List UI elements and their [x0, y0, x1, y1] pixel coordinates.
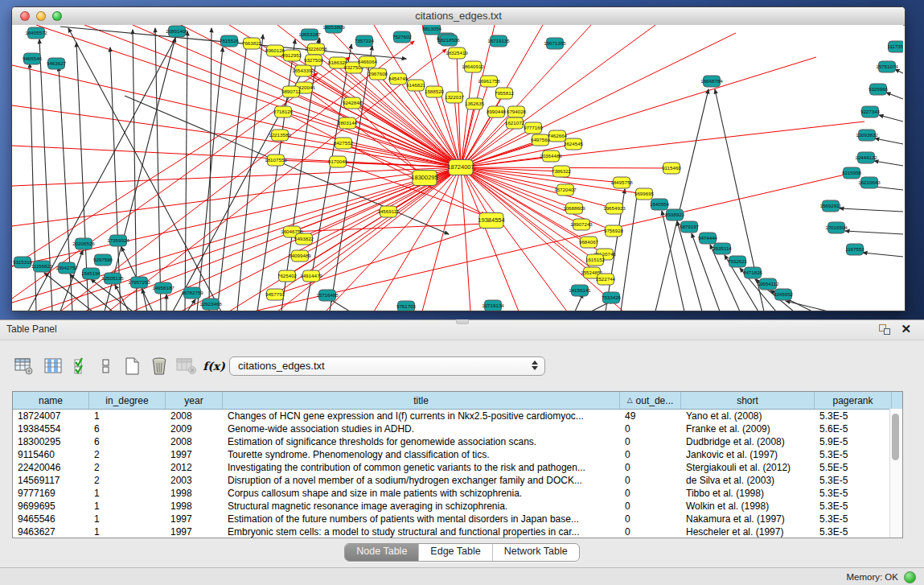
yellow-node[interactable]: 15720407 [554, 184, 577, 196]
yellow-node[interactable]: 7955812 [495, 88, 515, 99]
teal-node[interactable]: 20891406 [166, 26, 188, 37]
hub-node[interactable]: 18724007 [447, 160, 474, 175]
red-edge[interactable] [461, 167, 519, 311]
yellow-node[interactable]: 2718126 [273, 106, 294, 117]
black-edge[interactable] [875, 138, 903, 144]
teal-node[interactable]: 12505135 [101, 273, 124, 284]
yellow-node[interactable]: 9115460 [662, 163, 681, 174]
teal-node[interactable]: 9463627 [47, 58, 67, 69]
teal-node[interactable]: 12444132 [855, 152, 877, 163]
column-header-out_de[interactable]: △out_de... [620, 392, 681, 409]
teal-node[interactable]: 7527602 [392, 31, 413, 43]
black-edge[interactable] [185, 31, 187, 311]
black-edge[interactable] [874, 161, 903, 166]
table-row[interactable]: 1830029562008Estimation of significance … [13, 435, 902, 448]
teal-node[interactable]: 15716485 [316, 290, 339, 301]
yellow-node[interactable]: 9242848 [343, 97, 363, 109]
yellow-node[interactable]: 9756928 [604, 225, 624, 237]
yellow-node[interactable]: 1615152 [585, 254, 606, 266]
column-header-in_degree[interactable]: in_degree [89, 392, 166, 409]
yellow-node[interactable]: 9777169 [524, 122, 544, 134]
table-row[interactable]: 1872400712008Changes of HCN gene express… [13, 410, 902, 422]
black-edge[interactable] [863, 253, 903, 257]
yellow-node[interactable]: 2803144 [338, 117, 358, 129]
teal-node[interactable]: 11156823 [31, 261, 53, 272]
teal-node[interactable]: 9329966 [869, 84, 889, 95]
teal-node[interactable]: 8215958 [842, 167, 862, 179]
yellow-node[interactable]: 14914479 [300, 270, 322, 282]
table-row[interactable]: 2242004622012Investigating the contribut… [13, 461, 902, 474]
select-all-icon[interactable] [71, 354, 93, 378]
float-panel-icon[interactable] [879, 324, 890, 335]
function-builder-icon[interactable]: f(x) [203, 354, 225, 378]
yellow-node[interactable]: 19384554 [478, 213, 504, 229]
red-edge[interactable] [461, 167, 567, 311]
teal-node[interactable]: 9227343 [860, 106, 881, 117]
yellow-node[interactable]: 12213583 [269, 130, 291, 141]
yellow-node[interactable]: 9146821 [406, 80, 426, 91]
show-columns-icon[interactable] [42, 354, 64, 378]
teal-node[interactable]: 12923468 [199, 299, 222, 310]
teal-node[interactable]: 6879197 [680, 221, 700, 233]
yellow-node[interactable]: 9327506 [304, 55, 324, 66]
teal-node[interactable]: 9474444 [698, 233, 718, 244]
yellow-node[interactable]: 7462664 [548, 130, 568, 142]
red-edge[interactable] [461, 167, 470, 311]
teal-node[interactable]: 14958187 [152, 282, 175, 294]
yellow-node[interactable]: 10688609 [563, 203, 585, 214]
teal-node[interactable]: 16405572 [25, 27, 47, 39]
yellow-node[interactable]: 18300295 [411, 171, 437, 186]
yellow-node[interactable]: 16961758 [478, 76, 500, 87]
teal-node[interactable]: 13942757 [55, 262, 78, 274]
teal-node[interactable]: 9761703 [396, 301, 417, 311]
column-header-title[interactable]: title [223, 392, 620, 409]
yellow-node[interactable]: 3624545 [564, 138, 584, 150]
yellow-node[interactable]: 7625402 [277, 270, 298, 282]
teal-node[interactable]: 8938923 [665, 209, 685, 220]
red-edge[interactable] [292, 224, 486, 232]
yellow-node[interactable]: 1588520 [425, 86, 445, 97]
row-tools-icon[interactable] [95, 354, 117, 378]
memory-ok-icon[interactable] [904, 571, 916, 583]
yellow-node[interactable]: 20364486 [540, 150, 562, 162]
black-edge[interactable] [330, 46, 372, 311]
teal-node[interactable]: 8813054 [422, 25, 442, 35]
yellow-node[interactable]: 8990448 [487, 106, 507, 117]
red-edge[interactable] [422, 167, 461, 311]
black-edge[interactable] [59, 67, 72, 311]
table-row[interactable]: 946362711997Embryonic stem cells: a mode… [13, 525, 902, 538]
yellow-node[interactable]: 9457791 [265, 289, 285, 300]
teal-node[interactable]: 16648784 [700, 76, 723, 87]
red-edge[interactable] [461, 167, 622, 183]
table-row[interactable]: 911546021997Tourette syndrome. Phenomeno… [13, 448, 902, 461]
teal-node[interactable]: 12093832 [856, 130, 878, 141]
teal-node[interactable]: 16210643 [858, 177, 881, 188]
yellow-node[interactable]: 18107553 [265, 154, 287, 166]
column-header-pagerank[interactable]: pagerank [815, 392, 892, 409]
red-edge[interactable] [12, 73, 318, 266]
yellow-node[interactable]: 16543392 [292, 65, 314, 76]
yellow-node[interactable]: 1362635 [465, 98, 485, 109]
yellow-node[interactable]: 1322037 [445, 92, 465, 103]
teal-node[interactable]: 16053809 [322, 25, 345, 33]
destroy-table-icon[interactable] [175, 354, 198, 378]
red-edge[interactable] [60, 41, 414, 311]
yellow-node[interactable]: 14099489 [289, 250, 311, 262]
vertical-scrollbar[interactable] [889, 409, 902, 538]
yellow-node[interactable]: 18495758 [610, 177, 633, 188]
teal-node[interactable]: 15692911 [819, 200, 842, 212]
teal-node[interactable]: 18218506 [437, 35, 460, 46]
red-edge[interactable] [457, 53, 461, 167]
teal-node[interactable]: 1545194 [81, 268, 101, 279]
red-edge[interactable] [461, 67, 473, 167]
yellow-node[interactable]: 8427552 [334, 138, 354, 149]
yellow-node[interactable]: 18325419 [446, 47, 468, 59]
black-edge[interactable] [30, 64, 36, 311]
yellow-node[interactable]: 9890712 [281, 86, 302, 97]
black-edge[interactable] [886, 93, 903, 99]
black-edge[interactable] [845, 231, 903, 234]
teal-node[interactable]: 2935114 [713, 243, 732, 254]
yellow-node[interactable]: 2522744 [596, 274, 616, 285]
teal-node[interactable]: 17359924 [107, 235, 129, 246]
yellow-node[interactable]: 9699695 [634, 188, 655, 200]
